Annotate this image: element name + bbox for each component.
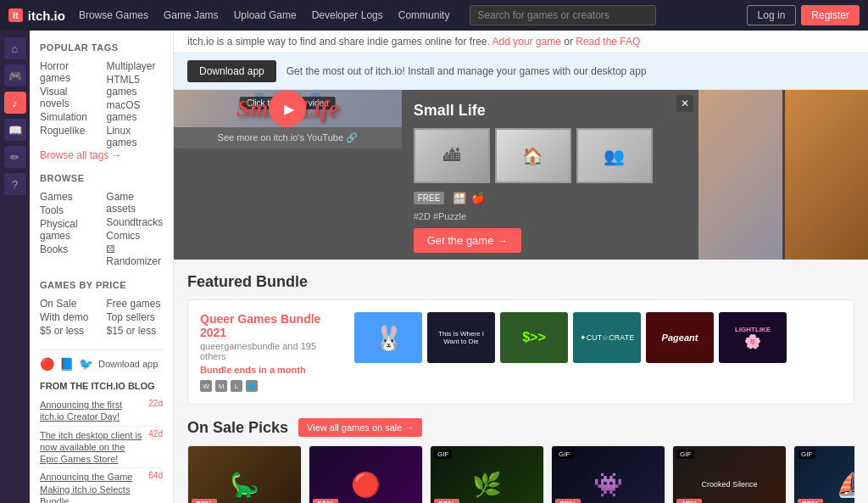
close-featured-button[interactable]: ✕ (676, 95, 693, 112)
play-button[interactable] (269, 90, 306, 127)
left-icon-controller[interactable]: 🎮 (4, 64, 26, 87)
featured-area: Click to activate video Small Life 👤👤👤👤 … (174, 90, 868, 260)
left-icon-bar: ⌂ 🎮 ♪ 📖 ✏ ? (0, 31, 30, 503)
bundle-game-3[interactable]: ✦CUT☆CRATE (573, 312, 641, 363)
left-icon-home[interactable]: ⌂ (4, 37, 26, 59)
sale-card-img-2[interactable]: 🌿 GIF 80%OFF (431, 446, 543, 503)
get-game-button[interactable]: Get the game → (414, 228, 521, 253)
sale-card-img-1[interactable]: 🔴 50%OFF (309, 446, 422, 503)
info-bar: itch.io is a simple way to find and shar… (174, 31, 868, 53)
logo-box: it (8, 8, 23, 22)
tag-multiplayer[interactable]: Multiplayer (107, 59, 164, 73)
sale-card-img-5[interactable]: ⛵ GIF 33%OFF (794, 446, 854, 503)
add-game-link[interactable]: Add your game (492, 36, 561, 48)
browse-soundtracks[interactable]: Soundtracks (106, 215, 163, 229)
login-button[interactable]: Log in (747, 5, 797, 25)
browse-all-tags[interactable]: Browse all tags → (40, 149, 122, 161)
tag-simulation[interactable]: Simulation (40, 110, 97, 124)
bundle-name[interactable]: Queer Games Bundle 2021 (200, 312, 344, 339)
tag-html5[interactable]: HTML5 games (107, 73, 164, 98)
browse-comics[interactable]: Comics (106, 229, 163, 243)
gallery-2 (785, 90, 869, 260)
left-icon-music[interactable]: ♪ (4, 92, 26, 114)
bundle-section: Featured Bundle Queer Games Bundle 2021 … (174, 260, 868, 418)
bundle-game-0[interactable]: 🐰 (354, 312, 422, 363)
nav-community[interactable]: Community (392, 6, 457, 25)
tag-visual-novels[interactable]: Visual novels (40, 85, 97, 110)
logo-text: itch.io (28, 8, 65, 23)
blog-item-1: The itch desktop client is now available… (40, 427, 163, 469)
sale-badge-0: 33%OFF (192, 499, 217, 503)
screenshot-3: 👥 (576, 128, 653, 183)
browse-col2: Game assets Soundtracks Comics ⚄ Randomi… (106, 190, 163, 268)
sale-card-img-0[interactable]: 🦕 33%OFF (188, 446, 301, 503)
browse-tools[interactable]: Tools (40, 204, 96, 217)
nav-game-jams[interactable]: Game Jams (157, 6, 225, 25)
browse-books[interactable]: Books (40, 243, 96, 256)
blog-count-0: 22d (148, 399, 163, 408)
browse-randomizer[interactable]: ⚄ Randomizer (106, 243, 163, 268)
bundle-game-5[interactable]: LIGHTLIKE 🌸 (719, 312, 787, 363)
gallery-1 (698, 90, 782, 260)
side-gallery (698, 90, 868, 260)
featured-info: ✕ Small Life 🏙 🏠 👥 FREE 🪟 🍎 (402, 90, 698, 260)
sale-card-img-4[interactable]: Crooked Silence GIF 40%OFF (673, 446, 786, 503)
price-15-less[interactable]: $15 or less (107, 324, 164, 338)
popular-tags-title: POPULAR TAGS (40, 42, 163, 53)
view-all-sales-button[interactable]: View all games on sale → (298, 418, 422, 437)
browse-columns: Games Tools Physical games Books Game as… (40, 190, 163, 268)
bundle-info: Queer Games Bundle 2021 queergamesbundle… (200, 312, 344, 392)
platform-windows: 🪟 (453, 192, 466, 204)
nav-browse-games[interactable]: Browse Games (72, 6, 155, 25)
tag-horror[interactable]: Horror games (40, 59, 97, 85)
sale-badge-4: 40%OFF (676, 499, 702, 503)
browse-physical[interactable]: Physical games (40, 217, 96, 243)
nav-developer-logs[interactable]: Developer Logs (305, 6, 390, 25)
browse-title: BROWSE (40, 173, 163, 183)
featured-video[interactable]: Click to activate video Small Life 👤👤👤👤 (174, 90, 402, 127)
search-input[interactable] (470, 5, 656, 25)
bundle-game-4[interactable]: Pageant (646, 312, 714, 363)
browse-games[interactable]: Games (40, 190, 96, 204)
sidebar-download: 🔴 📘 🐦 Download app (40, 349, 163, 374)
facebook-icon: 📘 (59, 357, 74, 371)
bundle-game-2[interactable]: $>> (500, 312, 568, 363)
youtube-link[interactable]: See more on itch.io's YouTube 🔗 (174, 127, 402, 148)
browse-col1: Games Tools Physical games Books (40, 190, 96, 268)
faq-link[interactable]: Read the FAQ (576, 36, 640, 48)
sale-card-img-3[interactable]: 👾 GIF 25%OFF (552, 446, 665, 503)
bundle-game-1[interactable]: This Is Where I Want to Die (427, 312, 495, 363)
price-top-sellers[interactable]: Top sellers (107, 310, 164, 324)
left-icon-question[interactable]: ? (4, 173, 26, 195)
browse-section: BROWSE Games Tools Physical games Books … (40, 173, 163, 268)
browse-assets[interactable]: Game assets (106, 190, 163, 215)
gif-badge-5: GIF (798, 450, 815, 459)
price-title: GAMES BY PRICE (40, 280, 163, 290)
left-icon-book[interactable]: 📖 (4, 119, 26, 141)
sale-badge-2: 80%OFF (434, 499, 459, 503)
tags-columns: Horror games Visual novels Simulation Ro… (40, 59, 163, 149)
tag-roguelike[interactable]: Roguelike (40, 124, 97, 137)
tags-col1: Horror games Visual novels Simulation Ro… (40, 59, 97, 149)
register-button[interactable]: Register (801, 5, 860, 25)
bundle-creator: queergamesbundle and 195 others (200, 341, 344, 361)
info-or: or (564, 36, 573, 48)
sidebar-download-link[interactable]: Download app (98, 359, 158, 369)
blog-item-2: Announcing the Game Making itch.io Selec… (40, 468, 163, 503)
nav-upload-game[interactable]: Upload Game (227, 6, 303, 25)
download-bar: Download app Get the most out of itch.io… (174, 53, 868, 90)
tag-macos[interactable]: macOS games (107, 98, 164, 124)
price-free[interactable]: Free games (107, 297, 164, 310)
tags-col2: Multiplayer HTML5 games macOS games Linu… (107, 59, 164, 149)
price-on-sale[interactable]: On Sale (40, 297, 97, 310)
tag-linux[interactable]: Linux games (107, 124, 164, 149)
bundle-platforms: W M L 🌐 (200, 380, 344, 392)
featured-video-container: Click to activate video Small Life 👤👤👤👤 … (174, 90, 402, 260)
download-app-button[interactable]: Download app (187, 60, 276, 82)
free-badge: FREE (414, 192, 445, 204)
price-5-less[interactable]: $5 or less (40, 324, 97, 338)
left-icon-pen[interactable]: ✏ (4, 146, 26, 168)
site-logo[interactable]: it itch.io (8, 8, 65, 23)
price-with-demo[interactable]: With demo (40, 310, 97, 324)
featured-tags: #2D #Puzzle (414, 211, 687, 221)
